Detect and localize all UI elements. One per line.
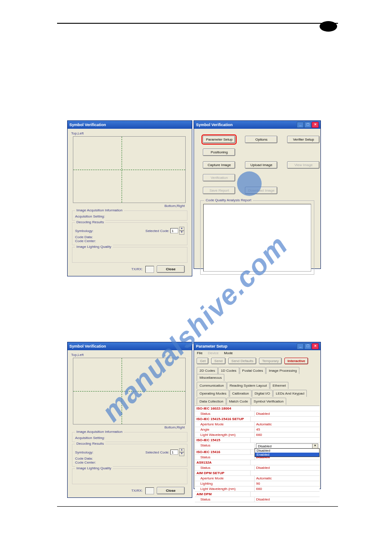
close-window-button[interactable]: × [312,343,319,349]
screenshot-bottom: Symbol Verification Top,Left Bottom,Righ… [67,342,321,498]
minimize-button[interactable]: _ [297,343,304,349]
txrx-label: TX/RX: [131,267,143,271]
dropdown-list[interactable]: DisabledEnabled [255,448,320,457]
get-button[interactable]: Get [197,358,209,364]
dropdown-option[interactable]: Disabled [255,449,319,453]
verifier-setup-button[interactable]: Verifier Setup [287,136,320,143]
tab-communication[interactable]: Communication [197,382,227,389]
maximize-button[interactable]: □ [304,343,311,349]
maximize-button[interactable]: □ [304,122,311,128]
tab-leds-and-keypad[interactable]: LEDs And Keypad [273,390,307,397]
menu-device[interactable]: Device [208,351,219,355]
param-value[interactable]: 660 [255,486,320,491]
close-button[interactable]: Close [157,487,185,494]
code-quality-analysis-report-group: Code Quality Analysis Report [200,200,314,275]
param-value[interactable]: Disabled [255,465,320,470]
report-textarea[interactable] [203,204,311,272]
table-row: Lighting90 [195,481,320,486]
param-label: Angle [195,427,255,432]
tab-data-collection[interactable]: Data Collection [197,398,226,405]
minimize-button[interactable]: _ [297,122,304,128]
parameter-setup-button[interactable]: Parameter Setup [203,136,235,143]
footer-rule [57,506,338,507]
param-label: Status [195,411,255,416]
window-title: Symbol Verification [196,123,233,127]
selected-code-label: Selected Code: [145,229,169,233]
param-value[interactable]: Automatic [255,422,320,427]
view-image-button[interactable]: View Image [287,161,320,169]
tab-calibration[interactable]: Calibration [230,390,252,397]
header-oval-marker [320,21,337,32]
group-legend: Image Acquisition Information [75,208,124,212]
param-value[interactable]: 45 [255,427,320,432]
titlebar: Symbol Verification _ □ × [194,121,320,129]
spin-down[interactable]: ▼ [179,231,184,235]
chevron-down-icon[interactable]: ▾ [312,444,318,448]
table-row: ISO-IEC 15415-15416 SETUP [195,417,320,422]
spin-up[interactable]: ▲ [179,448,184,452]
tabs-row-2: CommunicationReading System LayoutEthern… [194,381,320,389]
param-label: Status [195,497,255,502]
tab-symbol-verification[interactable]: Symbol Verification [251,398,286,405]
txrx-indicator [145,487,154,494]
selected-code-input[interactable] [170,450,178,455]
table-row: AIM DPM [195,492,320,497]
close-button[interactable]: Close [157,265,185,273]
tab-image-processing[interactable]: Image Processing [266,367,299,374]
param-group-label: ISO-IEC 16022-18004 [195,406,251,411]
titlebar: Parameter Setup _ □ × [194,342,320,350]
parameter-setup-window: Parameter Setup _ □ × File Device Mode G… [194,342,321,489]
group-legend: Decoding Results [75,220,105,224]
tab-postal-codes[interactable]: Postal Codes [240,367,266,374]
param-label: Light Wavelength (nm) [195,486,255,491]
code-center-label: Code Center: [75,239,184,243]
selected-code-input[interactable] [170,228,178,233]
parameter-table: ISO-IEC 16022-18004StatusDisabledISO-IEC… [195,406,320,502]
positioning-button[interactable]: Positioning [203,149,235,156]
verification-button[interactable]: Verification [203,174,235,181]
param-value[interactable]: 90 [255,481,320,486]
tab-operating-modes[interactable]: Operating Modes [197,390,229,397]
param-group-label: AS9132A [195,460,251,465]
tab-miscellaneous[interactable]: Miscellaneous [197,374,224,381]
upload-image-button[interactable]: Upload Image [245,161,277,169]
spin-up[interactable]: ▲ [179,227,184,231]
report-legend: Code Quality Analysis Report [204,198,252,202]
group-legend: Image Lighting Quality [75,245,113,249]
send-defaults-button[interactable]: Send Defaults [228,358,256,364]
table-row: AIM DPM SETUP [195,471,320,476]
txrx-label: TX/RX: [131,489,143,493]
tab-match-code[interactable]: Match Code [227,398,251,405]
header-rule [57,23,338,24]
interactive-button[interactable]: Interactive [284,358,308,364]
txrx-indicator [145,266,154,273]
tab-1d-codes[interactable]: 1D Codes [218,367,239,374]
param-value[interactable]: Disabled [255,497,320,502]
dropdown-option[interactable]: Enabled [255,453,319,457]
top-left-label: Top,Left [69,352,190,358]
tab-reading-system-layout[interactable]: Reading System Layout [227,382,270,389]
spin-down[interactable]: ▼ [179,452,184,456]
param-label: Status [195,455,255,460]
options-button[interactable]: Options [245,136,277,143]
param-value[interactable]: 660 [255,432,320,437]
save-report-button[interactable]: Save Report [203,187,235,194]
tab-digital-i-o[interactable]: Digital I/O [252,390,273,397]
tab-ethernet[interactable]: Ethernet [270,382,288,389]
param-group-label: ISO-IEC 15415 [195,438,251,443]
capture-image-button[interactable]: Capture Image [203,161,235,169]
group-legend: Image Lighting Quality [75,466,113,470]
menu-mode[interactable]: Mode [224,351,233,355]
close-window-button[interactable]: × [312,122,319,128]
download-image-button[interactable]: Download Image [245,187,277,194]
send-button[interactable]: Send [211,358,226,364]
tab-2d-codes[interactable]: 2D Codes [197,367,218,374]
table-row: StatusDisabled [195,497,320,502]
temporary-button[interactable]: Temporary [259,358,282,364]
menu-file[interactable]: File [197,351,202,355]
decoding-results-group: Decoding Results Symbology: Selected Cod… [72,444,187,467]
param-value[interactable]: Disabled [255,411,320,416]
param-value[interactable]: Automatic [255,476,320,481]
param-group-label: ISO-IEC 15415-15416 SETUP [195,417,251,421]
image-preview-area [73,358,186,424]
